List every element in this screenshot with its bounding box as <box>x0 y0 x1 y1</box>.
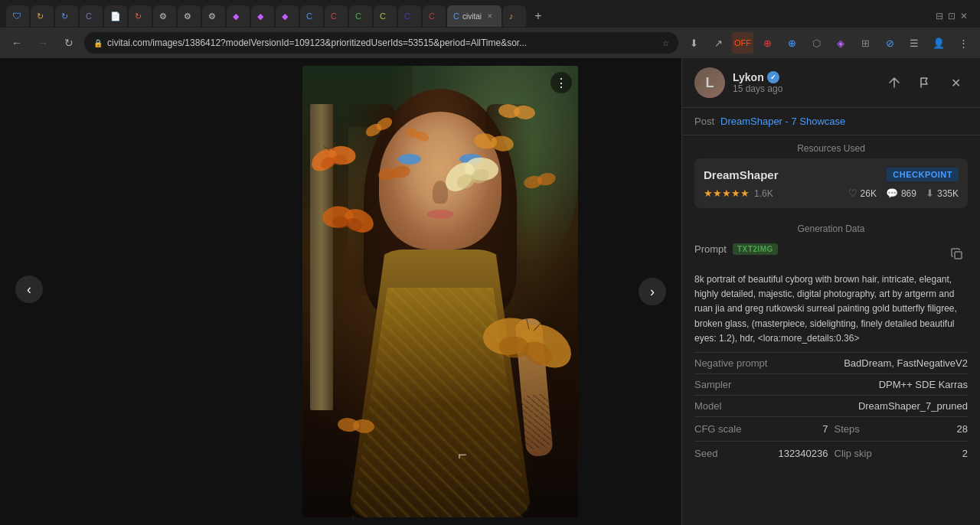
extension-off-icon[interactable]: OFF <box>732 32 753 54</box>
avatar-image: L <box>694 67 725 98</box>
model-row: Model DreamShaper_7_pruned <box>682 396 980 416</box>
clip-skip-value: 2 <box>962 448 968 459</box>
generation-data-title: Generation Data <box>682 217 980 239</box>
stat-group: ♡ 26K 💬 869 ⬇ 335K <box>848 188 959 199</box>
profile-icon[interactable]: 👤 <box>928 32 949 54</box>
browser-tab-music[interactable]: ♪ <box>503 5 526 27</box>
heart-icon: ♡ <box>848 188 858 199</box>
more-options-button[interactable]: ⋮ <box>550 72 572 93</box>
refresh-button[interactable]: ↻ <box>58 32 80 54</box>
browser-tab[interactable]: 🛡 <box>6 5 29 27</box>
username: Lykon ✓ <box>733 71 874 83</box>
browser-tab-c4[interactable]: C <box>374 5 397 27</box>
model-value: DreamShaper_7_pruned <box>858 400 968 412</box>
browser-tab-github-2[interactable]: ⚙ <box>178 5 201 27</box>
post-link[interactable]: DreamShaper - 7 Showcase <box>720 116 845 127</box>
back-button[interactable]: ← <box>6 32 28 54</box>
lace-tattoo <box>521 393 553 449</box>
seed-label: Seed <box>694 448 717 459</box>
browser-tab-github-1[interactable]: ⚙ <box>153 5 176 27</box>
user-header: L Lykon ✓ 15 days ago <box>682 58 980 108</box>
extension-3[interactable]: ◈ <box>830 32 851 54</box>
checkpoint-badge: CHECKPOINT <box>887 168 959 181</box>
sampler-value: DPM++ SDE Karras <box>879 379 968 390</box>
forward-button[interactable]: → <box>32 32 54 54</box>
info-panel: L Lykon ✓ 15 days ago <box>681 58 980 525</box>
tab-bar: 🛡 ↻ ↻ C 📄 ↻ ⚙ ⚙ ⚙ ◆ ◆ <box>0 0 980 28</box>
downloads-stat: ⬇ 335K <box>926 188 959 199</box>
prompt-label: Prompt TXT2IMG <box>694 243 778 255</box>
close-panel-button[interactable]: ✕ <box>943 70 968 95</box>
browser-tab-c5[interactable]: C <box>398 5 421 27</box>
next-nav-arrow[interactable]: › <box>639 278 666 305</box>
browser-tab-c2[interactable]: C <box>325 5 348 27</box>
sidebar-toggle[interactable]: ☰ <box>903 32 925 54</box>
resource-stats: ★★★★★ 1.6K ♡ 26K 💬 869 ⬇ 335K <box>704 188 959 199</box>
resources-title: Resources Used <box>682 135 980 158</box>
cfg-scale-cell: CFG scale 7 <box>694 420 828 438</box>
resource-card: DreamShaper CHECKPOINT ★★★★★ 1.6K ♡ 26K … <box>694 158 968 208</box>
post-label: Post <box>694 116 714 127</box>
post-timestamp: 15 days ago <box>733 83 874 94</box>
negative-prompt-value: BadDream, FastNegativeV2 <box>844 357 968 369</box>
address-bar[interactable]: 🔒 civitai.com/images/1386412?modelVersio… <box>84 32 678 54</box>
browser-tab-6[interactable]: ↻ <box>129 5 152 27</box>
tab-close-icon[interactable]: ✕ <box>485 11 495 21</box>
likes-stat: ♡ 26K <box>848 188 877 199</box>
flag-button[interactable] <box>913 70 937 95</box>
extension-4[interactable]: ⊞ <box>854 32 876 54</box>
browser-tab-c6[interactable]: C <box>423 5 446 27</box>
bookmark-star[interactable]: ☆ <box>662 39 669 47</box>
browser-tab-purple-3[interactable]: ◆ <box>276 5 299 27</box>
browser-tab-purple-1[interactable]: ◆ <box>227 5 250 27</box>
browser-tab-github-3[interactable]: ⚙ <box>202 5 225 27</box>
txt2img-badge: TXT2IMG <box>733 243 778 255</box>
verified-badge: ✓ <box>767 71 779 83</box>
prompt-row: Prompt TXT2IMG <box>682 239 980 269</box>
resource-header: DreamShaper CHECKPOINT <box>704 168 959 181</box>
eye-right <box>459 154 482 165</box>
extensions-icon[interactable]: ⊕ <box>756 32 778 54</box>
lips <box>427 210 454 219</box>
menu-icon[interactable]: ⋮ <box>952 32 974 54</box>
rating-count: 1.6K <box>754 188 773 199</box>
negative-prompt-row: Negative prompt BadDream, FastNegativeV2 <box>682 353 980 373</box>
extension-2[interactable]: ⬡ <box>805 32 827 54</box>
user-avatar: L <box>694 67 725 98</box>
browser-tab-3[interactable]: ↻ <box>55 5 78 27</box>
share-toolbar-icon[interactable]: ↗ <box>707 32 729 54</box>
browser-tab-purple-2[interactable]: ◆ <box>251 5 274 27</box>
nose <box>433 181 448 204</box>
downloads-count: 335K <box>937 188 959 199</box>
window-frame-element <box>310 104 333 410</box>
comments-count: 869 <box>901 188 916 199</box>
browser-tab-2[interactable]: ↻ <box>31 5 54 27</box>
artwork: ⋮ <box>302 66 578 517</box>
lock-icon: 🔒 <box>93 39 103 47</box>
cfg-steps-grid: CFG scale 7 Steps 28 <box>682 417 980 441</box>
download-icon[interactable]: ⬇ <box>683 32 704 54</box>
likes-count: 26K <box>861 188 877 199</box>
left-dark-panel: ‹ <box>0 58 199 525</box>
browser-tab-c1[interactable]: C <box>300 5 323 27</box>
toolbar-icons: ⬇ ↗ OFF ⊕ ⊕ ⬡ ◈ ⊞ ⊘ ☰ 👤 <box>683 32 974 54</box>
share-button[interactable] <box>882 70 906 95</box>
browser-tab-5[interactable]: 📄 <box>104 5 127 27</box>
browser-tab-4[interactable]: C <box>80 5 103 27</box>
cfg-scale-label: CFG scale <box>694 423 741 435</box>
prompt-text: 8k portrait of beautiful cyborg with bro… <box>682 269 980 352</box>
copy-prompt-button[interactable] <box>946 243 968 265</box>
browser-tab-c3[interactable]: C <box>349 5 372 27</box>
new-tab-button[interactable]: + <box>528 5 549 27</box>
prev-nav-arrow[interactable]: ‹ <box>15 276 43 303</box>
browser-chrome: 🛡 ↻ ↻ C 📄 ↻ ⚙ ⚙ ⚙ ◆ ◆ <box>0 0 980 58</box>
extension-5[interactable]: ⊘ <box>879 32 900 54</box>
extension-1[interactable]: ⊕ <box>781 32 802 54</box>
seed-clip-grid: Seed 132340236 Clip skip 2 <box>682 442 980 465</box>
browser-tab-active[interactable]: C civitai ✕ <box>447 5 501 27</box>
negative-prompt-label: Negative prompt <box>694 357 767 369</box>
window-controls: ⊟ ⊡ ✕ <box>929 5 974 27</box>
clip-skip-cell: Clip skip 2 <box>835 445 969 462</box>
post-section: Post DreamShaper - 7 Showcase <box>682 108 980 135</box>
image-container: ⋮ <box>299 58 582 525</box>
